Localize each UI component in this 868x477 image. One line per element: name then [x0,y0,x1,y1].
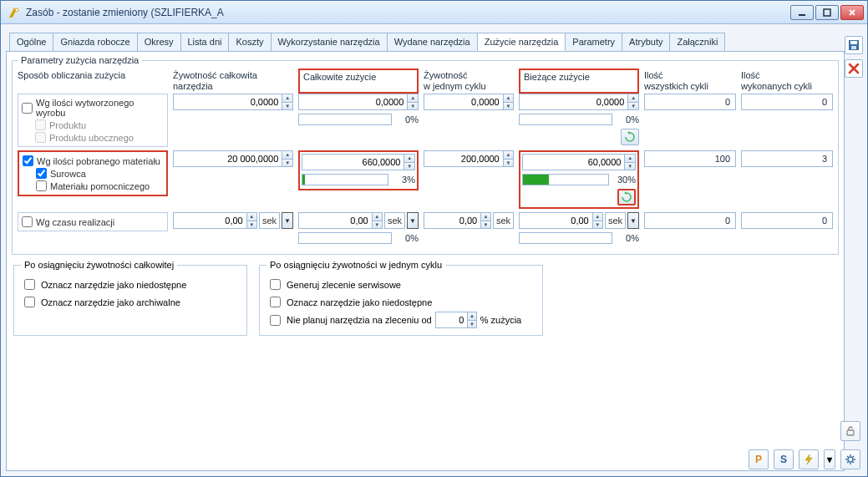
chk-aux[interactable] [36,180,47,191]
r2-cycles-done: 3 [741,150,833,167]
r3-life-total-unit-dd[interactable]: ▼ [282,212,293,229]
dont-plan-value[interactable]: ▲▼ [435,312,477,328]
r1-wear-current[interactable]: ▲▼ [519,94,639,110]
r1-life-total[interactable]: ▲▼ [173,94,293,110]
chk-mark-unavailable-cycle[interactable] [270,297,281,307]
chk-by-time[interactable] [22,216,33,227]
app-icon [8,6,21,19]
r2-life-total[interactable]: ▲▼ [173,150,293,167]
r3-wear-total-bar [298,232,392,244]
r1-wear-total[interactable]: ▲▼ [298,94,419,110]
s-button[interactable]: S [774,449,794,469]
after-cycle-group: Po osiągnięciu żywotności w jednym cyklu… [259,260,543,336]
hdr-wear-total: Całkowite zużycie [298,69,419,94]
lbl-dont-plan-b: % zużycia [480,315,522,325]
chk-by-material[interactable] [23,155,33,166]
method-by-material: Wg ilości pobranego materiału Surowca Ma… [18,150,168,196]
r3-wear-current[interactable]: ▲▼ [519,212,603,229]
r3-wear-total-pct: 0% [395,233,419,243]
lock-button[interactable] [840,421,860,441]
chk-raw[interactable] [36,168,47,179]
chk-mark-archive[interactable] [24,297,35,307]
row-by-material: Wg ilości pobranego materiału Surowca Ma… [18,150,833,209]
chk-gen-service[interactable] [270,279,281,290]
method-by-product: Wg ilości wytworzonego wyrobu Produktu P… [18,94,168,147]
r1-life-cycle[interactable]: ▲▼ [424,94,514,110]
row-by-time: Wg czasu realizacji ▲▼ sek ▼ ▲▼ [18,212,833,246]
r3-life-total[interactable]: ▲▼ [173,212,257,229]
lbl-by-product: Wg ilości wytworzonego wyrobu [36,98,164,118]
lbl-gen-service: Generuj zlecenie serwisowe [287,280,401,290]
r3-cycles-done: 0 [741,212,833,229]
r2-wear-current[interactable]: ▲▼ [522,154,636,170]
window-body: OgólneGniazda roboczeOkresyLista dniKosz… [1,24,867,476]
hdr-cycles-all: Ilość wszystkich cykli [644,69,736,94]
tab-4[interactable]: Koszty [228,33,271,51]
r2-cycles-all: 100 [644,150,736,167]
r3-wear-current-unit: sek [605,212,626,229]
tab-5[interactable]: Wykorzystanie narzędzia [271,33,388,51]
after-cycle-legend: Po osiągnięciu żywotności w jednym cyklu [266,260,445,270]
tab-panel: Parametry zużycia narzędzia Sposób oblic… [6,51,845,471]
tab-1[interactable]: Gniazda robocze [53,33,137,51]
row-by-product: Wg ilości wytworzonego wyrobu Produktu P… [18,94,833,147]
chk-byproduct [35,132,46,143]
group-legend: Parametry zużycia narzędzia [18,55,142,65]
tab-3[interactable]: Lista dni [180,33,230,51]
tab-2[interactable]: Okresy [137,33,181,51]
method-by-time: Wg czasu realizacji [18,212,168,231]
r2-life-cycle[interactable]: ▲▼ [424,150,514,167]
r2-wear-total[interactable]: ▲▼ [302,154,415,170]
minimize-button[interactable] [790,5,814,20]
svg-rect-2 [824,9,830,16]
p-button[interactable]: P [749,449,769,469]
chk-dont-plan[interactable] [270,315,281,326]
hdr-cycles-done: Ilość wykonanych cykli [741,69,833,94]
tab-8[interactable]: Parametry [565,33,622,51]
close-button[interactable] [840,5,864,20]
r3-life-cycle[interactable]: ▲▼ [424,212,491,229]
r3-wear-current-unit-dd[interactable]: ▼ [627,212,639,229]
svg-point-0 [15,8,18,12]
r1-wear-total-pct: 0% [395,114,419,124]
r3-wear-total[interactable]: ▲▼ [298,212,383,229]
r2-wear-current-pct: 30% [612,175,636,185]
lbl-product: Produktu [49,120,86,130]
r2-wear-total-pct: 3% [392,175,415,185]
lbl-mark-unavailable-total: Oznacz narzędzie jako niedostępne [41,280,186,290]
hdr-life-cycle: Żywotność w jednym cyklu [424,69,514,94]
r2-reset-button[interactable] [617,189,636,206]
tab-0[interactable]: Ogólne [9,33,53,51]
r1-reset-button[interactable] [621,129,639,145]
lbl-dont-plan-a: Nie planuj narzędzia na zleceniu od [287,315,432,325]
chk-mark-unavailable-total[interactable] [24,279,35,290]
delete-button[interactable] [845,59,863,78]
lbl-mark-archive: Oznacz narzędzie jako archiwalne [41,297,180,307]
maximize-button[interactable] [815,5,839,20]
tab-10[interactable]: Załączniki [669,33,725,51]
tab-9[interactable]: Atrybuty [622,33,670,51]
chk-by-product[interactable] [22,103,33,114]
r1-wear-current-bar [519,114,612,125]
r3-wear-total-unit-dd[interactable]: ▼ [407,212,419,229]
lbl-byproduct: Produktu ubocznego [49,133,134,143]
gear-button[interactable] [840,449,860,469]
bolt-button[interactable] [799,449,819,469]
after-total-group: Po osiągnięciu żywotności całkowitej Ozn… [13,260,247,336]
lbl-raw: Surowca [50,169,86,179]
bolt-dd[interactable]: ▾ [824,449,835,469]
svg-rect-6 [847,430,854,435]
lbl-mark-unavailable-cycle: Oznacz narzędzie jako niedostępne [287,297,432,307]
wear-params-group: Parametry zużycia narzędzia Sposób oblic… [12,55,839,255]
r1-cycles-all: 0 [644,94,736,110]
r3-wear-current-bar [519,232,612,244]
save-button[interactable] [845,36,863,54]
titlebar: Zasób - zostanie zmieniony (SZLIFIERKA_A [1,1,867,24]
window-buttons [790,5,864,20]
window: Zasób - zostanie zmieniony (SZLIFIERKA_A… [0,0,868,477]
r3-cycles-all: 0 [644,212,736,229]
tab-7[interactable]: Zużycie narzędzia [477,33,566,51]
tab-6[interactable]: Wydane narzędzia [387,33,478,51]
hdr-method: Sposób obliczania zużycia [18,69,168,94]
r3-life-cycle-unit: sek [493,212,514,229]
